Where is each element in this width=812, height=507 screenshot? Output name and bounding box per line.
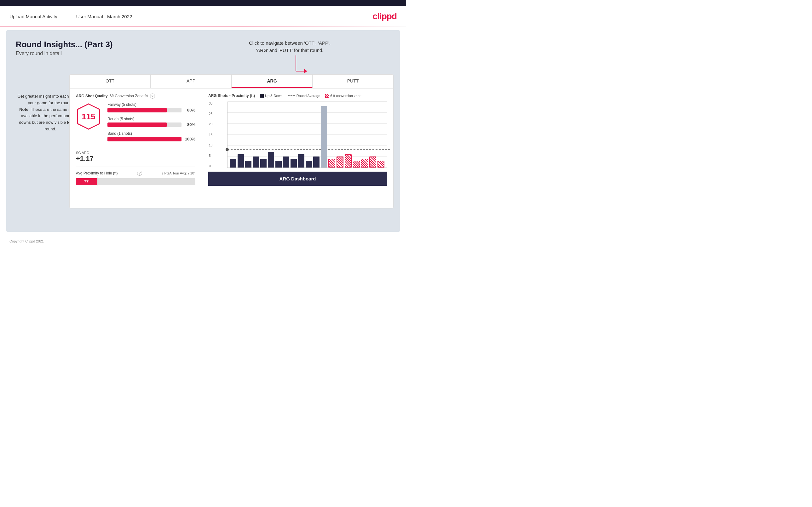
legend-round-avg-label: Round Average <box>297 94 320 98</box>
sand-bar-fill <box>107 137 182 142</box>
card-right-panel: ARG Shots - Proximity (ft) Up & Down Rou… <box>202 89 393 208</box>
card-left-panel: ARG Shot Quality 6ft Conversion Zone % ?… <box>70 89 202 208</box>
sand-bar-bg <box>107 137 182 142</box>
y-label-0: 0 <box>209 164 212 168</box>
proximity-fill: 77' <box>76 178 97 185</box>
y-label-15: 15 <box>209 133 212 137</box>
bar-9 <box>291 159 297 168</box>
sg-label: SG ARG <box>76 151 195 155</box>
sand-label: Sand (1 shots) <box>107 131 195 136</box>
manual-title: User Manual - March 2022 <box>76 14 132 19</box>
svg-marker-2 <box>304 69 307 73</box>
subheading: Every round in detail <box>16 51 391 56</box>
proximity-cursor <box>97 177 97 186</box>
rough-pct: 80% <box>184 122 195 127</box>
sg-section: SG ARG +1.17 <box>76 151 195 163</box>
legend-6ft-zone: 6 ft conversion zone <box>325 94 361 98</box>
bar-6 <box>268 152 274 168</box>
proximity-header: Avg Proximity to Hole (ft) ? ↑ PGA Tour … <box>76 171 195 176</box>
chart-area: 8 <box>227 102 387 168</box>
fairway-pct: 80% <box>184 108 195 112</box>
bar-hatch-7 <box>377 161 385 168</box>
chart-title: ARG Shots - Proximity (ft) <box>208 94 255 98</box>
tab-arg[interactable]: ARG <box>232 75 313 88</box>
conversion-zone-label: 6ft Conversion Zone % <box>110 94 148 98</box>
bar-hatch-5 <box>361 159 368 168</box>
sand-bar-row: 100% <box>107 137 195 142</box>
fairway-label: Fairway (5 shots) <box>107 102 195 107</box>
proximity-bar: 77' <box>76 178 195 185</box>
proximity-help-icon[interactable]: ? <box>137 171 142 176</box>
bar-2 <box>238 154 244 168</box>
proximity-label: Avg Proximity to Hole (ft) <box>76 171 117 175</box>
fairway-bar-bg <box>107 108 182 112</box>
card-body: ARG Shot Quality 6ft Conversion Zone % ?… <box>70 89 393 208</box>
bar-4 <box>253 157 259 168</box>
legend-up-down: Up & Down <box>260 94 283 98</box>
bar-1 <box>230 159 236 168</box>
logo: clippd <box>373 11 397 21</box>
shot-row-sand: Sand (1 shots) 100% <box>107 131 195 142</box>
page-heading: Round Insights... (Part 3) Every round i… <box>16 40 391 56</box>
bar-tall <box>321 106 327 168</box>
sg-value: +1.17 <box>76 155 195 163</box>
y-axis: 0 5 10 15 20 25 30 <box>209 102 212 168</box>
rough-label: Rough (5 shots) <box>107 117 195 121</box>
navigate-hint: Click to navigate between 'OTT', 'APP', … <box>249 40 331 54</box>
heading: Round Insights... (Part 3) <box>16 40 391 49</box>
fairway-bar-fill <box>107 108 167 112</box>
rough-bar-fill <box>107 122 167 127</box>
help-icon[interactable]: ? <box>150 94 155 99</box>
legend-round-avg: Round Average <box>288 94 320 98</box>
tabs-row: OTT APP ARG PUTT <box>70 75 393 89</box>
bar-11 <box>306 161 312 168</box>
tab-app[interactable]: APP <box>151 75 232 88</box>
y-label-25: 25 <box>209 112 212 116</box>
bar-hatch-6 <box>369 157 376 168</box>
tab-putt[interactable]: PUTT <box>313 75 393 88</box>
bar-5 <box>260 159 266 168</box>
chart-wrapper: 0 5 10 15 20 25 30 <box>218 102 387 168</box>
legend-hatch-icon <box>325 94 329 98</box>
hex-badge: 115 <box>76 102 101 131</box>
bar-12 <box>313 157 319 168</box>
bars-container <box>227 102 387 168</box>
bar-hatch-3 <box>345 154 352 168</box>
top-bar <box>0 0 406 6</box>
legend-6ft-label: 6 ft conversion zone <box>330 94 361 98</box>
arg-shot-quality-label: ARG Shot Quality <box>76 94 108 98</box>
chart-header: ARG Shots - Proximity (ft) Up & Down Rou… <box>208 94 387 98</box>
legend-up-down-label: Up & Down <box>265 94 283 98</box>
shot-row-fairway: Fairway (5 shots) 80% <box>107 102 195 112</box>
shot-row-rough: Rough (5 shots) 80% <box>107 117 195 127</box>
section-title-row: ARG Shot Quality 6ft Conversion Zone % ? <box>76 94 195 99</box>
header-divider <box>0 26 406 26</box>
y-label-10: 10 <box>209 144 212 147</box>
shot-bars: Fairway (5 shots) 80% Rough (5 shots) <box>107 102 195 146</box>
y-label-30: 30 <box>209 102 212 105</box>
bar-hatch-1 <box>328 159 335 168</box>
tab-ott[interactable]: OTT <box>70 75 151 88</box>
bar-7 <box>275 161 282 168</box>
hex-number: 115 <box>82 112 95 122</box>
bar-10 <box>298 154 304 168</box>
header: Upload Manual Activity User Manual - Mar… <box>0 6 406 26</box>
y-label-5: 5 <box>209 154 212 158</box>
bar-3 <box>245 161 251 168</box>
sand-pct: 100% <box>184 137 195 142</box>
y-label-20: 20 <box>209 122 212 126</box>
header-left: Upload Manual Activity User Manual - Mar… <box>9 14 132 19</box>
round-insights-card: OTT APP ARG PUTT ARG Shot Quality 6ft Co… <box>69 74 394 209</box>
proximity-section: Avg Proximity to Hole (ft) ? ↑ PGA Tour … <box>76 167 195 185</box>
rough-bar-bg <box>107 122 182 127</box>
legend-square-icon <box>260 94 264 98</box>
rough-bar-row: 80% <box>107 122 195 127</box>
footer: Copyright Clippd 2021 <box>0 235 406 247</box>
bar-8 <box>283 157 289 168</box>
upload-title: Upload Manual Activity <box>9 14 57 19</box>
main-content: Round Insights... (Part 3) Every round i… <box>6 30 400 232</box>
legend-dash-icon <box>288 96 295 96</box>
arg-dashboard-button[interactable]: ARG Dashboard <box>208 172 387 186</box>
hex-badge-wrapper: 115 Fairway (5 shots) 80% <box>76 102 195 146</box>
copyright: Copyright Clippd 2021 <box>9 239 44 243</box>
